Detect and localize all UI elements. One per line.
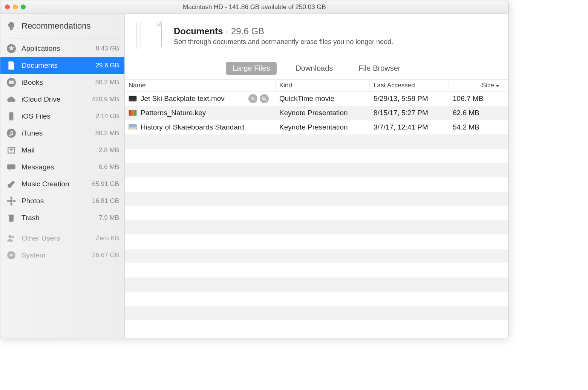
column-header-size[interactable]: Size	[449, 80, 508, 91]
file-size: 54.2 MB	[449, 123, 508, 131]
tab-downloads[interactable]: Downloads	[289, 62, 340, 75]
sidebar-item-label: iTunes	[21, 129, 81, 137]
cloud-icon	[6, 94, 17, 105]
svg-point-11	[7, 200, 10, 202]
iphone-icon	[6, 111, 17, 122]
file-last-accessed: 8/15/17, 5:27 PM	[370, 109, 449, 117]
svg-point-14	[8, 235, 12, 238]
svg-rect-13	[8, 215, 14, 216]
main-content: Documents - 29.6 GB Sort through documen…	[125, 14, 508, 338]
tab-file-browser[interactable]: File Browser	[352, 62, 407, 75]
lightbulb-icon	[6, 20, 17, 32]
close-window-button[interactable]	[5, 5, 10, 9]
sidebar-item-icloud-drive[interactable]: iCloud Drive 420.9 MB	[0, 91, 124, 108]
table-row[interactable]: History of Skateboards Standard Keynote …	[125, 120, 508, 134]
dash: -	[223, 26, 231, 36]
sidebar-item-photos[interactable]: Photos 16.81 GB	[0, 192, 124, 209]
sidebar-item-size: 65.91 GB	[85, 180, 119, 188]
category-subtitle: Sort through documents and permanently e…	[174, 38, 393, 46]
documents-large-icon	[134, 21, 164, 51]
sidebar-item-label: Photos	[21, 197, 81, 205]
table-body: Jet Ski Backplate text.mov QuickTime mov…	[125, 91, 508, 338]
svg-point-10	[10, 202, 12, 206]
guitar-icon	[6, 178, 17, 190]
column-header-name[interactable]: Name	[125, 80, 276, 91]
sidebar-item-label: Mail	[21, 146, 81, 154]
sidebar-item-label: Recommendations	[21, 21, 119, 31]
file-thumbnail-icon	[129, 96, 137, 102]
sidebar-item-applications[interactable]: Applications 8.43 GB	[0, 40, 124, 57]
stamp-icon	[6, 145, 17, 156]
table-row[interactable]: Jet Ski Backplate text.mov QuickTime mov…	[125, 91, 508, 106]
svg-point-9	[10, 197, 12, 200]
file-kind: QuickTime movie	[276, 94, 370, 103]
sidebar-item-mail[interactable]: Mail 2.8 MB	[0, 142, 124, 158]
svg-rect-1	[10, 28, 13, 30]
sidebar-item-itunes[interactable]: iTunes 80.2 MB	[0, 125, 124, 142]
sidebar-item-system[interactable]: System 26.67 GB	[0, 247, 124, 264]
sidebar-item-other-users[interactable]: Other Users Zero KB	[0, 230, 124, 247]
gear-icon	[6, 250, 17, 261]
sidebar-item-size: 8.43 GB	[85, 45, 119, 52]
sidebar-item-ios-files[interactable]: iOS Files 2.14 GB	[0, 108, 124, 125]
window-title: Macintosh HD - 141.86 GB available of 25…	[0, 3, 508, 11]
applications-icon	[6, 43, 17, 54]
sidebar-item-label: iOS Files	[21, 112, 81, 120]
music-note-icon	[6, 128, 17, 139]
svg-point-6	[7, 129, 16, 138]
sidebar-separator	[6, 38, 119, 38]
window-titlebar: Macintosh HD - 141.86 GB available of 25…	[0, 0, 508, 14]
chevron-down-icon	[496, 82, 499, 89]
minimize-window-button[interactable]	[13, 5, 18, 9]
svg-point-12	[12, 200, 16, 202]
zoom-window-button[interactable]	[21, 5, 26, 9]
table-header: Name Kind Last Accessed Size	[125, 79, 508, 91]
delete-file-button[interactable]	[248, 94, 257, 103]
category-title: Documents	[174, 26, 223, 36]
file-size: 62.6 MB	[449, 109, 508, 117]
sidebar-item-label: Trash	[21, 214, 81, 222]
sidebar-item-trash[interactable]: Trash 7.9 MB	[0, 209, 124, 226]
column-header-kind[interactable]: Kind	[276, 80, 370, 91]
sidebar-item-ibooks[interactable]: iBooks 80.2 MB	[0, 74, 124, 91]
svg-point-0	[8, 22, 14, 28]
file-last-accessed: 3/7/17, 12:41 PM	[370, 123, 449, 131]
table-row[interactable]: Patterns_Nature.key Keynote Presentation…	[125, 106, 508, 120]
sidebar-item-label: System	[21, 251, 81, 259]
chat-bubble-icon	[6, 161, 17, 173]
tab-large-files[interactable]: Large Files	[226, 62, 277, 75]
flower-icon	[6, 195, 17, 207]
sidebar-item-messages[interactable]: Messages 6.6 MB	[0, 158, 124, 175]
documents-icon	[6, 60, 17, 71]
sidebar-item-size: 80.2 MB	[85, 129, 119, 137]
sidebar-item-size: Zero KB	[85, 235, 119, 242]
sidebar-item-size: 2.8 MB	[85, 146, 119, 154]
sidebar-item-label: iCloud Drive	[21, 95, 81, 104]
sidebar-item-documents[interactable]: Documents 29.6 GB	[0, 57, 124, 74]
sidebar-item-size: 420.9 MB	[85, 96, 119, 103]
sidebar-item-size: 6.6 MB	[85, 163, 119, 171]
column-label: Size	[482, 82, 494, 89]
sidebar-item-label: Music Creation	[21, 180, 81, 188]
category-size: 29.6 GB	[231, 26, 264, 36]
sidebar-item-recommendations[interactable]: Recommendations	[0, 15, 124, 37]
sidebar-item-size: 80.2 MB	[85, 79, 119, 86]
users-icon	[6, 233, 17, 244]
file-kind: Keynote Presentation	[276, 109, 370, 117]
file-thumbnail-icon	[129, 124, 137, 130]
sidebar-item-label: Messages	[21, 163, 81, 171]
svg-point-8	[10, 200, 13, 202]
column-header-last-accessed[interactable]: Last Accessed	[370, 80, 449, 91]
file-name: History of Skateboards Standard	[141, 123, 244, 131]
sidebar-item-music-creation[interactable]: Music Creation 65.91 GB	[0, 175, 124, 192]
svg-point-5	[11, 119, 12, 119]
view-tabs: Large Files Downloads File Browser	[125, 57, 508, 79]
sidebar-item-label: iBooks	[21, 78, 81, 87]
traffic-lights	[5, 5, 26, 9]
reveal-file-button[interactable]	[260, 94, 269, 103]
sidebar: Recommendations Applications 8.43 GB Doc…	[0, 14, 125, 338]
sidebar-item-label: Applications	[21, 44, 81, 53]
file-last-accessed: 5/29/13, 5:58 PM	[370, 94, 449, 103]
file-name: Patterns_Nature.key	[141, 109, 206, 117]
empty-rows	[125, 134, 508, 335]
